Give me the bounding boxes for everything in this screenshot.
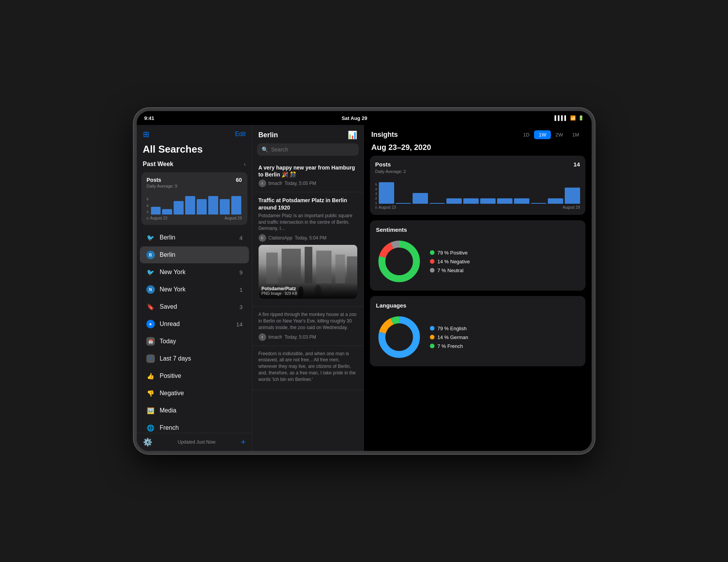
sidebar-item-berlin-active[interactable]: B Berlin <box>140 246 249 263</box>
status-bar: 9:41 Sat Aug 29 ▌▌▌▌ 📶 🔋 <box>137 111 592 125</box>
time-btn-1w[interactable]: 1W <box>534 130 551 139</box>
past-week-section[interactable]: Past Week › <box>137 158 252 170</box>
wifi-icon: 📶 <box>570 115 576 121</box>
chart-icon[interactable]: 📊 <box>348 130 357 140</box>
stats-posts-title: Posts <box>147 177 161 183</box>
feed-item-3-meta: t timacfr Today, 5:03 PM <box>259 333 357 341</box>
sidebar-item-twitter-berlin[interactable]: 🐦 Berlin 4 <box>140 229 249 246</box>
legend-item-english: 79 % English <box>430 326 468 331</box>
bar-5 <box>197 199 207 214</box>
feed-author-2: ClattersApp <box>269 235 293 241</box>
ins-bar-3 <box>413 193 428 204</box>
stats-bar-chart <box>150 191 242 214</box>
sidebar-item-count: 9 <box>239 269 242 276</box>
sidebar-item-today[interactable]: 📅 Today <box>140 333 249 350</box>
thumbs-down-icon: 👎 <box>146 389 155 398</box>
bar-7 <box>220 199 230 214</box>
sidebar-item-label: Saved <box>160 303 235 310</box>
edit-button[interactable]: Edit <box>235 131 246 138</box>
settings-icon[interactable]: ⚙️ <box>143 437 153 447</box>
ins-bar-8 <box>497 198 512 204</box>
sidebar-item-saved[interactable]: 🔖 Saved 3 <box>140 298 249 315</box>
add-button[interactable]: + <box>241 437 246 447</box>
feed-time-2: Today, 5:04 PM <box>295 235 327 241</box>
english-dot <box>430 326 434 331</box>
newyork-circle-icon: N <box>146 285 155 294</box>
signal-icon: ▌▌▌▌ <box>554 115 567 121</box>
sentiments-donut-svg <box>376 238 422 284</box>
chart-label-start: August 23 <box>150 216 167 220</box>
insights-bar-chart <box>379 177 580 204</box>
sidebar-item-label: New York <box>160 269 235 276</box>
feed-item-1-meta: t timacfr Today, 5:05 PM <box>259 180 357 187</box>
positive-dot <box>430 250 434 255</box>
stats-posts-avg: Daily Average: 9 <box>147 184 242 188</box>
french-dot <box>430 344 434 348</box>
sidebar-item-positive[interactable]: 👍 Positive <box>140 367 249 384</box>
sidebar-item-label: Positive <box>160 372 238 379</box>
chart-y-labels: 9 6 3 0 <box>147 197 149 220</box>
legend-item-positive: 79 % Positive <box>430 250 470 256</box>
chevron-right-icon: › <box>244 161 246 167</box>
svg-rect-5 <box>347 256 357 283</box>
languages-card: Languages <box>370 296 585 366</box>
stats-card-header: Posts 60 <box>147 177 242 183</box>
time-btn-2w[interactable]: 2W <box>551 130 568 139</box>
stats-chart-row: 9 6 3 0 <box>147 191 242 220</box>
sidebar-item-french[interactable]: 🌐 French <box>140 419 249 433</box>
ipad-frame: 9:41 Sat Aug 29 ▌▌▌▌ 📶 🔋 ⊞ Edit All Sear… <box>134 108 595 454</box>
bar-3 <box>174 201 184 214</box>
search-bar[interactable]: 🔍 <box>257 143 359 156</box>
feed-avatar-1: t <box>259 180 266 187</box>
ins-bar-4 <box>430 203 445 204</box>
feed-item-1: A very happy new year from Hamburg to Be… <box>252 160 363 192</box>
sidebar-item-unread[interactable]: ● Unread 14 <box>140 316 249 333</box>
languages-legend: 79 % English 14 % German 7 % French <box>430 326 468 349</box>
sidebar-item-label: Last 7 days <box>160 355 238 362</box>
sidebar: ⊞ Edit All Searches Past Week › Posts 60… <box>137 125 252 451</box>
sentiments-content: 79 % Positive 14 % Negative 7 % Neutral <box>376 238 579 284</box>
sidebar-item-negative[interactable]: 👎 Negative <box>140 385 249 402</box>
sidebar-item-label: Unread <box>160 321 232 328</box>
today-icon: 📅 <box>146 337 155 346</box>
feed-image-name: PotsdamerPlatz <box>262 286 354 291</box>
feed-item-4-body: Freedom is indivisible, and when one man… <box>259 351 357 383</box>
sidebar-toggle-icon[interactable]: ⊞ <box>143 130 149 139</box>
right-header: Insights 1D 1W 2W 1M <box>364 125 592 143</box>
sidebar-item-label: Today <box>160 338 238 345</box>
search-input[interactable] <box>271 146 354 153</box>
sidebar-item-last7[interactable]: 7 Last 7 days <box>140 350 249 367</box>
ins-bar-7 <box>480 198 496 204</box>
feed-image-overlay: PotsdamerPlatz PNG Image · 929 KB <box>259 283 357 299</box>
insights-scroll: Posts 14 Daily Average: 2 5 4 3 2 1 0 <box>364 156 592 451</box>
sidebar-item-label: Media <box>160 407 238 414</box>
search-icon: 🔍 <box>262 146 268 153</box>
bar-1 <box>151 207 161 214</box>
ins-bar-11 <box>548 198 563 204</box>
time-btn-1d[interactable]: 1D <box>519 130 534 139</box>
bar-8 <box>231 196 241 214</box>
negative-dot <box>430 259 434 264</box>
bar-2 <box>162 209 172 214</box>
feed-item-2-title: Traffic at Potsdamer Platz in Berlin aro… <box>259 197 357 211</box>
feed-item-1-title: A very happy new year from Hamburg to Be… <box>259 164 357 178</box>
insights-y-labels: 5 4 3 2 1 0 <box>375 183 377 210</box>
insights-posts-avg: Daily Average: 2 <box>375 169 580 174</box>
main-content: ⊞ Edit All Searches Past Week › Posts 60… <box>137 125 592 451</box>
sidebar-item-count: 1 <box>239 286 242 293</box>
twitter-icon: 🐦 <box>146 268 155 277</box>
feed-item-2: Traffic at Potsdamer Platz in Berlin aro… <box>252 192 363 307</box>
ins-bar-9 <box>514 198 529 204</box>
sidebar-item-circle-newyork[interactable]: N New York 1 <box>140 281 249 298</box>
last7-icon: 7 <box>146 354 155 363</box>
time-btn-1m[interactable]: 1M <box>567 130 584 139</box>
insights-posts-count: 14 <box>574 161 580 168</box>
sidebar-list: 🐦 Berlin 4 B Berlin 🐦 New York 9 <box>137 227 252 433</box>
feed-author-3: timacfr <box>269 334 282 340</box>
sidebar-item-media[interactable]: 🖼️ Media <box>140 402 249 419</box>
footer-updated-text: Updated Just Now <box>178 439 216 445</box>
sidebar-title: All Searches <box>137 142 252 158</box>
sidebar-item-twitter-newyork[interactable]: 🐦 New York 9 <box>140 264 249 281</box>
status-date: Sat Aug 29 <box>342 115 367 121</box>
stats-card: Posts 60 Daily Average: 9 9 6 3 0 <box>141 172 247 225</box>
